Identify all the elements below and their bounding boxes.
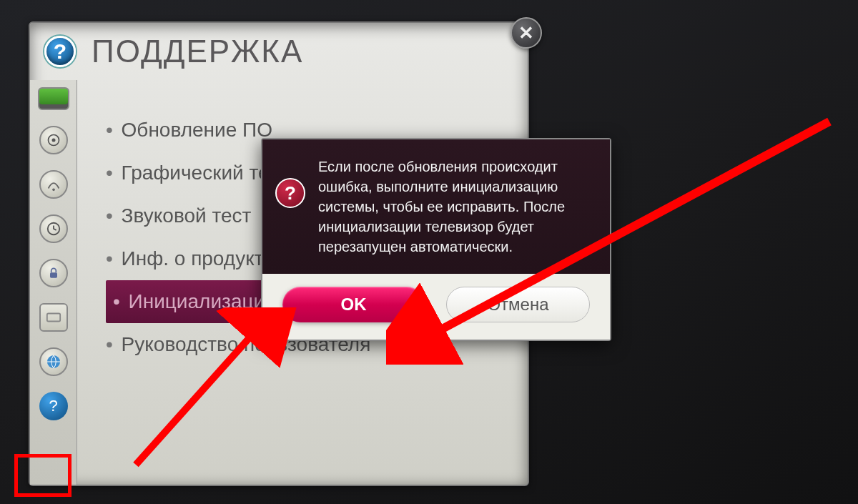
sound-icon[interactable] xyxy=(39,126,68,154)
channel-icon[interactable] xyxy=(39,170,68,199)
question-icon: ? xyxy=(275,178,305,208)
close-button[interactable]: ✕ xyxy=(511,17,542,49)
confirmation-dialog: ? Если после обновления происходит ошибк… xyxy=(261,138,611,341)
cancel-button[interactable]: Отмена xyxy=(446,287,590,322)
svg-rect-5 xyxy=(46,314,59,322)
dialog-footer: OK Отмена xyxy=(262,274,610,340)
network-icon[interactable] xyxy=(39,347,68,376)
ok-button[interactable]: OK xyxy=(282,287,425,322)
picture-icon[interactable] xyxy=(38,87,69,110)
support-icon[interactable]: ? xyxy=(39,392,68,420)
sidebar: ? xyxy=(30,80,77,485)
dialog-message: Если после обновления происходит ошибка,… xyxy=(318,157,594,257)
svg-point-2 xyxy=(52,189,55,192)
panel-header: ? ПОДДЕРЖКА ✕ xyxy=(30,23,528,80)
time-icon[interactable] xyxy=(39,214,68,243)
support-header-icon: ? xyxy=(44,36,76,67)
page-title: ПОДДЕРЖКА xyxy=(92,34,303,69)
option-icon[interactable] xyxy=(39,303,68,332)
dialog-body: ? Если после обновления происходит ошибк… xyxy=(262,139,610,274)
svg-rect-4 xyxy=(50,272,57,278)
svg-point-1 xyxy=(51,139,55,142)
lock-icon[interactable] xyxy=(39,259,68,287)
